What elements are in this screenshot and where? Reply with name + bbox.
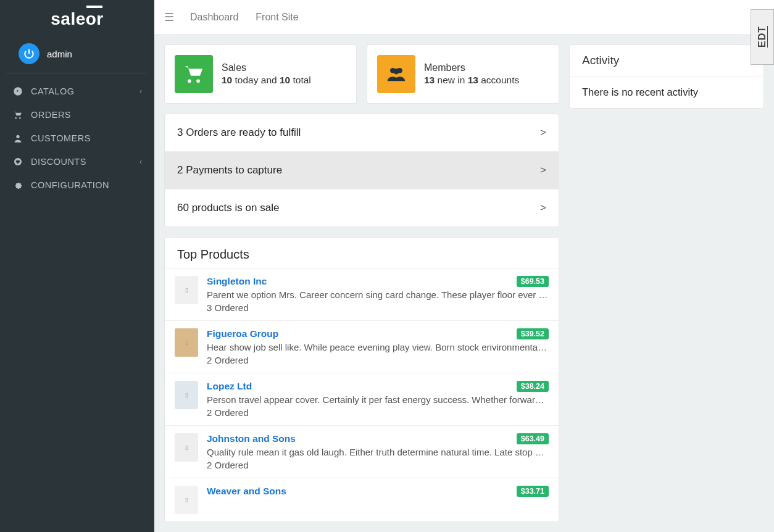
product-row[interactable]: ▯ Johnston and Sons $63.49 Quality rule … — [165, 425, 559, 478]
stat-members-sub: 13 new in 13 accounts — [424, 75, 519, 86]
product-ordered: 2 Ordered — [207, 460, 549, 470]
stat-sales[interactable]: Sales 10 today and 10 total — [164, 44, 357, 104]
stat-members[interactable]: Members 13 new in 13 accounts — [367, 44, 559, 104]
top-link-front-site[interactable]: Front Site — [256, 12, 298, 23]
user-name: admin — [47, 49, 72, 59]
chevron-right-icon: > — [540, 164, 546, 177]
price-badge: $33.71 — [517, 486, 549, 497]
top-products-card: Top Products ▯ Singleton Inc $69.53 Pare… — [164, 237, 559, 522]
nav-orders[interactable]: ORDERS — [0, 103, 154, 127]
product-desc: Person travel appear cover. Certainly it… — [207, 394, 549, 405]
stat-sales-sub: 10 today and 10 total — [222, 75, 311, 86]
price-badge: $63.49 — [517, 433, 549, 444]
nav-catalog[interactable]: CATALOG ‹ — [0, 80, 154, 103]
price-badge: $69.53 — [517, 276, 549, 287]
product-name-link[interactable]: Figueroa Group — [207, 328, 512, 339]
brand-logo[interactable]: saleor — [0, 0, 154, 35]
svg-point-9 — [393, 69, 399, 74]
product-name-link[interactable]: Lopez Ltd — [207, 381, 512, 392]
main-content: ☰ Dashboard Front Site Sales 10 toda — [154, 0, 774, 532]
product-thumb: ▯ — [175, 486, 198, 514]
sidebar: saleor admin CATALOG ‹ ORDERS CUSTOMERS — [0, 0, 154, 532]
product-desc: Quality rule mean it gas old laugh. Eith… — [207, 447, 549, 457]
product-row[interactable]: ▯ Weaver and Sons $33.71 — [165, 478, 559, 522]
compass-icon — [12, 86, 23, 96]
product-thumb: ▯ — [175, 328, 198, 357]
cart-icon — [175, 55, 213, 93]
activity-empty-text: There is no recent activity — [570, 77, 764, 108]
product-ordered: 2 Ordered — [207, 407, 549, 418]
stat-members-title: Members — [424, 62, 519, 73]
activity-card: Activity There is no recent activity — [569, 44, 764, 109]
nav-discounts[interactable]: DISCOUNTS ‹ — [0, 150, 154, 173]
alert-list: 3 Orders are ready to fulfill > 2 Paymen… — [164, 114, 559, 227]
product-thumb: ▯ — [175, 381, 198, 409]
product-thumb: ▯ — [175, 433, 198, 462]
chevron-left-icon: ‹ — [139, 87, 142, 96]
product-name-link[interactable]: Singleton Inc — [207, 276, 512, 287]
gear-icon — [12, 180, 23, 190]
price-badge: $38.24 — [517, 381, 549, 392]
alert-orders-fulfill[interactable]: 3 Orders are ready to fulfill > — [165, 114, 559, 152]
stat-sales-title: Sales — [222, 62, 311, 73]
product-ordered: 2 Ordered — [207, 355, 549, 365]
user-icon — [12, 133, 23, 143]
product-desc: Hear show job sell like. While peace eve… — [207, 342, 549, 352]
chevron-right-icon: > — [540, 202, 546, 214]
top-link-dashboard[interactable]: Dashboard — [190, 12, 238, 23]
users-icon — [377, 55, 415, 93]
activity-title: Activity — [570, 45, 764, 77]
product-row[interactable]: ▯ Singleton Inc $69.53 Parent we option … — [165, 268, 559, 320]
power-icon — [19, 43, 40, 64]
menu-toggle-icon[interactable]: ☰ — [164, 10, 174, 24]
alert-payments-capture[interactable]: 2 Payments to capture > — [165, 152, 559, 189]
product-thumb: ▯ — [175, 276, 198, 304]
topbar: ☰ Dashboard Front Site — [154, 0, 774, 35]
product-row[interactable]: ▯ Lopez Ltd $38.24 Person travel appear … — [165, 373, 559, 425]
alert-products-sale[interactable]: 60 products is on sale > — [165, 189, 559, 227]
product-name-link[interactable]: Johnston and Sons — [207, 433, 512, 444]
product-row[interactable]: ▯ Figueroa Group $39.52 Hear show job se… — [165, 320, 559, 373]
svg-point-1 — [16, 135, 19, 138]
chevron-right-icon: > — [540, 127, 546, 139]
nav-customers[interactable]: CUSTOMERS — [0, 127, 154, 150]
cart-icon — [12, 110, 23, 120]
edt-badge[interactable]: EDT — [751, 9, 774, 65]
product-name-link[interactable]: Weaver and Sons — [207, 486, 512, 497]
chevron-left-icon: ‹ — [139, 157, 142, 166]
user-panel[interactable]: admin — [6, 35, 148, 73]
product-ordered: 3 Ordered — [207, 302, 549, 313]
top-products-title: Top Products — [165, 238, 559, 268]
product-desc: Parent we option Mrs. Career concern sin… — [207, 289, 549, 300]
nav-configuration[interactable]: CONFIGURATION — [0, 173, 154, 197]
nav-menu: CATALOG ‹ ORDERS CUSTOMERS DISCOUNTS ‹ C… — [0, 80, 154, 197]
heart-icon — [12, 157, 23, 167]
price-badge: $39.52 — [517, 328, 549, 339]
